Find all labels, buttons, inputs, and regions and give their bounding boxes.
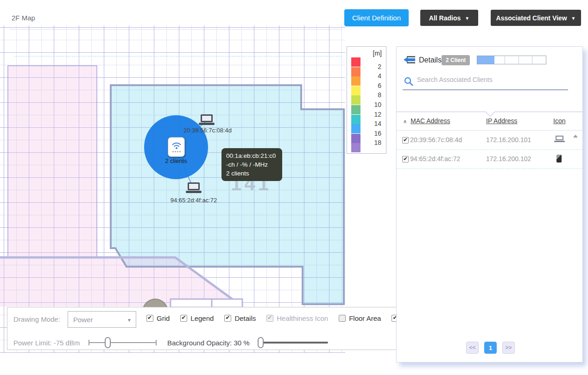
- legend-swatch: [351, 143, 360, 152]
- legend-swatch: [351, 105, 360, 114]
- associated-client-view-dropdown[interactable]: Associated Client View ▼: [491, 10, 581, 26]
- page-title: 2F Map: [12, 14, 35, 22]
- capacity-fill: [477, 56, 494, 64]
- drawing-mode-select[interactable]: Power ▼: [68, 311, 136, 328]
- laptop-base: [186, 191, 202, 193]
- back-collapse-icon[interactable]: [403, 56, 416, 64]
- client-laptop-icon[interactable]: [198, 114, 215, 125]
- checkbox-label: Details: [234, 314, 256, 322]
- associated-clients-panel: Details 2 Client ∧ MAC Address IP Addres…: [396, 46, 583, 362]
- checkbox[interactable]: [146, 315, 153, 322]
- table-row[interactable]: 94:65:2d:4f:ac:72172.16.200.102: [397, 150, 582, 169]
- legend-tick: 2: [378, 63, 381, 70]
- checkbox[interactable]: [339, 315, 346, 322]
- drawing-mode-label: Drawing Mode:: [13, 315, 60, 323]
- client-mac-label: 94:65:2d:4f:ac:72: [171, 197, 217, 204]
- all-radios-label: All Radios: [429, 14, 461, 22]
- background-opacity-slider-thumb[interactable]: [258, 337, 264, 348]
- client-laptop-icon[interactable]: [185, 182, 202, 193]
- power-limit-label: Power Limit: -75 dBm: [13, 339, 80, 347]
- legend-swatch: [351, 134, 360, 143]
- associated-client-view-label: Associated Client View: [496, 14, 567, 22]
- checkbox: [266, 315, 273, 322]
- drawing-mode-value: Power: [73, 316, 93, 324]
- mac-address-cell: 94:65:2d:4f:ac:72: [410, 155, 460, 162]
- scrollbar-up-icon[interactable]: [573, 135, 578, 138]
- checkbox[interactable]: [180, 315, 187, 322]
- row-checkbox[interactable]: [402, 156, 409, 162]
- legend-swatch: [351, 86, 360, 95]
- all-radios-dropdown[interactable]: All Radios ▼: [420, 10, 478, 26]
- access-point-icon[interactable]: [168, 137, 185, 157]
- search-icon: [404, 77, 413, 86]
- distance-legend: [m] 24681012141618: [347, 46, 386, 154]
- legend-swatch: [351, 95, 360, 105]
- legend-tick: 12: [374, 111, 381, 118]
- map-wall-line: [14, 56, 342, 56]
- column-header-mac[interactable]: MAC Address: [411, 117, 450, 125]
- search-input[interactable]: [417, 76, 556, 83]
- pagination-next-button[interactable]: >>: [502, 342, 515, 354]
- legend-tick: 8: [378, 91, 381, 99]
- ap-client-counter: 2 clients: [165, 157, 187, 164]
- phone-icon: [554, 155, 562, 162]
- ap-tooltip: 00:1a:eb:cb:21:c0 -ch / -% / -MHz 2 clie…: [221, 148, 282, 181]
- details-title: Details: [419, 56, 442, 64]
- search-underline: [403, 89, 568, 90]
- client-definition-button[interactable]: Client Definition: [344, 9, 409, 26]
- checkbox-label: Healthiness Icon: [277, 314, 328, 322]
- power-limit-slider-thumb[interactable]: [105, 337, 111, 348]
- toggle-healthiness-icon: Healthiness Icon: [266, 314, 328, 322]
- legend-tick: 4: [378, 72, 381, 80]
- client-count-badge: 2 Client: [442, 55, 470, 65]
- legend-tick: 14: [374, 120, 381, 127]
- legend-swatch: [351, 115, 360, 124]
- laptop-icon: [554, 136, 565, 142]
- checkbox-label: Floor Area: [349, 314, 381, 322]
- floorplan-walls: [0, 25, 345, 353]
- laptop-base: [199, 123, 215, 125]
- column-header-ip[interactable]: IP Address: [486, 117, 517, 125]
- toggle-grid[interactable]: Grid: [146, 314, 170, 322]
- tooltip-mac: 00:1a:eb:cb:21:c0: [226, 151, 278, 160]
- checkbox[interactable]: [224, 315, 231, 322]
- legend-tick: 18: [374, 139, 381, 146]
- chevron-down-icon: ▼: [465, 16, 469, 21]
- power-limit-slider[interactable]: [89, 337, 157, 349]
- client-capacity-bar: [477, 56, 546, 64]
- pagination-page-1-button[interactable]: 1: [484, 342, 497, 354]
- search-row: [397, 74, 582, 90]
- chevron-down-icon: ▼: [571, 16, 576, 21]
- toggle-floor-area[interactable]: Floor Area: [339, 314, 381, 322]
- checkbox-label: Legend: [190, 314, 214, 322]
- background-opacity-slider[interactable]: [258, 337, 329, 349]
- tooltip-radio: -ch / -% / -MHz: [226, 160, 278, 169]
- legend-tick: 6: [378, 82, 381, 89]
- table-header: ∧ MAC Address IP Address Icon: [397, 117, 582, 131]
- ip-address-cell: 172.16.200.101: [486, 136, 531, 144]
- client-mac-label: 20:39:56:7c:08:4d: [183, 127, 232, 134]
- wifi-icon: [171, 142, 182, 150]
- chevron-down-icon: ▼: [127, 318, 132, 323]
- table-row[interactable]: 20:39:56:7c:08:4d172.16.200.101: [397, 131, 582, 150]
- ap-led-dots: [172, 151, 181, 152]
- checkbox-label: Grid: [157, 314, 170, 322]
- legend-tick: 16: [374, 130, 381, 137]
- column-header-icon[interactable]: Icon: [553, 117, 565, 125]
- pagination-prev-button[interactable]: <<: [466, 342, 479, 354]
- legend-swatch: [351, 124, 360, 133]
- background-opacity-label: Background Opacity: 30 %: [167, 339, 250, 347]
- ip-address-cell: 172.16.200.102: [486, 155, 531, 162]
- floor-map[interactable]: 141 20:39:56:7c:08:4d 2 clients 94:65:2d…: [0, 25, 345, 353]
- row-checkbox[interactable]: [402, 137, 409, 144]
- pagination: << 1 >>: [466, 342, 515, 354]
- legend-tick: 10: [374, 101, 381, 108]
- laptop-screen: [201, 114, 213, 122]
- legend-swatch: [351, 67, 360, 76]
- panel-header: Details 2 Client: [397, 47, 582, 73]
- toggle-details[interactable]: Details: [224, 314, 256, 322]
- sort-asc-icon[interactable]: ∧: [403, 119, 407, 125]
- legend-swatch: [351, 76, 360, 86]
- toggle-legend[interactable]: Legend: [180, 314, 214, 322]
- panel-divider-notch: [397, 109, 583, 117]
